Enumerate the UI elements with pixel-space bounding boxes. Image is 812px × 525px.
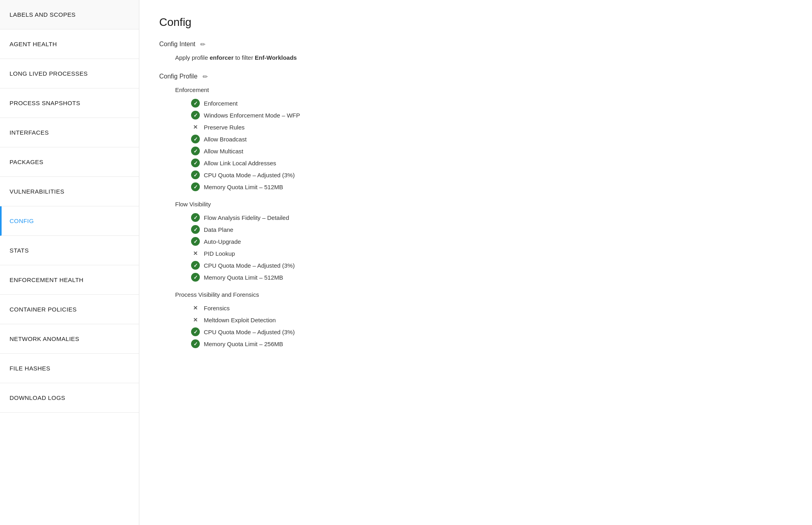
check-icon [191,170,200,179]
config-profile-section: Config Profile ✏ EnforcementEnforcementW… [159,73,792,350]
check-icon [191,213,200,222]
sidebar-item-stats[interactable]: STATS [0,236,139,265]
profile-item-label: CPU Quota Mode – Adjusted (3%) [204,262,295,269]
profile-category-0: EnforcementEnforcementWindows Enforcemen… [159,86,792,193]
config-intent-label: Config Intent [159,41,195,48]
profile-item-0-1: Windows Enforcement Mode – WFP [191,109,792,121]
x-icon [191,249,200,258]
check-icon [191,339,200,348]
check-icon [191,99,200,108]
profile-item-0-5: Allow Link Local Addresses [191,157,792,169]
profile-item-2-1: Meltdown Exploit Detection [191,314,792,326]
profile-items-2: ForensicsMeltdown Exploit DetectionCPU Q… [191,302,792,350]
intent-filter-name: Enf-Workloads [255,54,297,61]
x-icon [191,315,200,324]
category-title-1: Flow Visibility [175,201,792,208]
sidebar-item-vulnerabilities[interactable]: VULNERABILITIES [0,177,139,206]
main-content: Config Config Intent ✏ Apply profile enf… [139,0,812,525]
profile-item-label: Allow Link Local Addresses [204,160,276,167]
profile-items-1: Flow Analysis Fidelity – DetailedData Pl… [191,212,792,283]
check-icon [191,159,200,167]
profile-item-0-6: CPU Quota Mode – Adjusted (3%) [191,169,792,181]
profile-item-1-1: Data Plane [191,223,792,235]
sidebar-item-container-policies[interactable]: CONTAINER POLICIES [0,295,139,324]
category-title-2: Process Visibility and Forensics [175,291,792,298]
sidebar-item-packages[interactable]: PACKAGES [0,147,139,177]
config-intent-edit-icon[interactable]: ✏ [199,41,207,48]
profile-item-label: Enforcement [204,100,238,107]
profile-item-1-0: Flow Analysis Fidelity – Detailed [191,212,792,223]
config-intent-header: Config Intent ✏ [159,41,792,48]
config-profile-edit-icon[interactable]: ✏ [201,73,209,80]
profile-items-0: EnforcementWindows Enforcement Mode – WF… [191,97,792,193]
profile-category-1: Flow VisibilityFlow Analysis Fidelity – … [159,201,792,283]
check-icon [191,182,200,191]
sidebar-item-file-hashes[interactable]: FILE HASHES [0,354,139,383]
sidebar-item-process-snapshots[interactable]: PROCESS SNAPSHOTS [0,88,139,118]
profile-item-label: Auto-Upgrade [204,238,241,245]
check-icon [191,273,200,282]
profile-item-label: Data Plane [204,226,233,233]
profile-item-1-3: PID Lookup [191,247,792,259]
profile-item-label: Memory Quota Limit – 512MB [204,184,283,190]
profile-item-label: Allow Broadcast [204,136,247,143]
profile-item-0-7: Memory Quota Limit – 512MB [191,181,792,193]
sidebar-item-interfaces[interactable]: INTERFACES [0,118,139,147]
x-icon [191,304,200,312]
check-icon [191,261,200,270]
profile-item-label: Meltdown Exploit Detection [204,317,276,323]
check-icon [191,237,200,246]
profile-item-1-2: Auto-Upgrade [191,235,792,247]
sidebar-item-labels-and-scopes[interactable]: LABELS AND SCOPES [0,0,139,29]
check-icon [191,225,200,234]
x-icon [191,123,200,131]
profile-item-label: Forensics [204,305,230,311]
check-icon [191,327,200,336]
profile-item-0-0: Enforcement [191,97,792,109]
config-profile-header: Config Profile ✏ [159,73,792,80]
intent-prefix: Apply profile [175,54,210,61]
sidebar-item-agent-health[interactable]: AGENT HEALTH [0,29,139,59]
profile-item-1-4: CPU Quota Mode – Adjusted (3%) [191,259,792,271]
config-intent-text: Apply profile enforcer to filter Enf-Wor… [175,54,792,61]
profile-item-label: Flow Analysis Fidelity – Detailed [204,214,289,221]
profile-category-2: Process Visibility and ForensicsForensic… [159,291,792,350]
profile-item-label: CPU Quota Mode – Adjusted (3%) [204,172,295,178]
sidebar-item-network-anomalies[interactable]: NETWORK ANOMALIES [0,324,139,354]
config-profile-label: Config Profile [159,73,197,80]
profile-item-2-3: Memory Quota Limit – 256MB [191,338,792,350]
sidebar-item-download-logs[interactable]: DOWNLOAD LOGS [0,383,139,413]
profile-item-0-4: Allow Multicast [191,145,792,157]
profile-item-label: Memory Quota Limit – 256MB [204,341,283,347]
check-icon [191,111,200,119]
profile-categories: EnforcementEnforcementWindows Enforcemen… [159,86,792,350]
page-title: Config [159,16,792,29]
profile-item-0-2: Preserve Rules [191,121,792,133]
profile-item-1-5: Memory Quota Limit – 512MB [191,271,792,283]
sidebar-item-enforcement-health[interactable]: ENFORCEMENT HEALTH [0,265,139,295]
intent-profile-name: enforcer [210,54,234,61]
profile-item-label: CPU Quota Mode – Adjusted (3%) [204,329,295,335]
sidebar: LABELS AND SCOPESAGENT HEALTHLONG LIVED … [0,0,139,525]
profile-item-2-2: CPU Quota Mode – Adjusted (3%) [191,326,792,338]
intent-middle: to filter [234,54,255,61]
check-icon [191,135,200,143]
profile-item-label: PID Lookup [204,250,235,257]
profile-item-0-3: Allow Broadcast [191,133,792,145]
check-icon [191,147,200,155]
sidebar-item-long-lived-processes[interactable]: LONG LIVED PROCESSES [0,59,139,88]
category-title-0: Enforcement [175,86,792,93]
profile-item-label: Preserve Rules [204,124,245,131]
sidebar-item-config[interactable]: CONFIG [0,206,139,236]
profile-item-2-0: Forensics [191,302,792,314]
profile-item-label: Windows Enforcement Mode – WFP [204,112,300,119]
profile-item-label: Memory Quota Limit – 512MB [204,274,283,281]
profile-item-label: Allow Multicast [204,148,243,155]
